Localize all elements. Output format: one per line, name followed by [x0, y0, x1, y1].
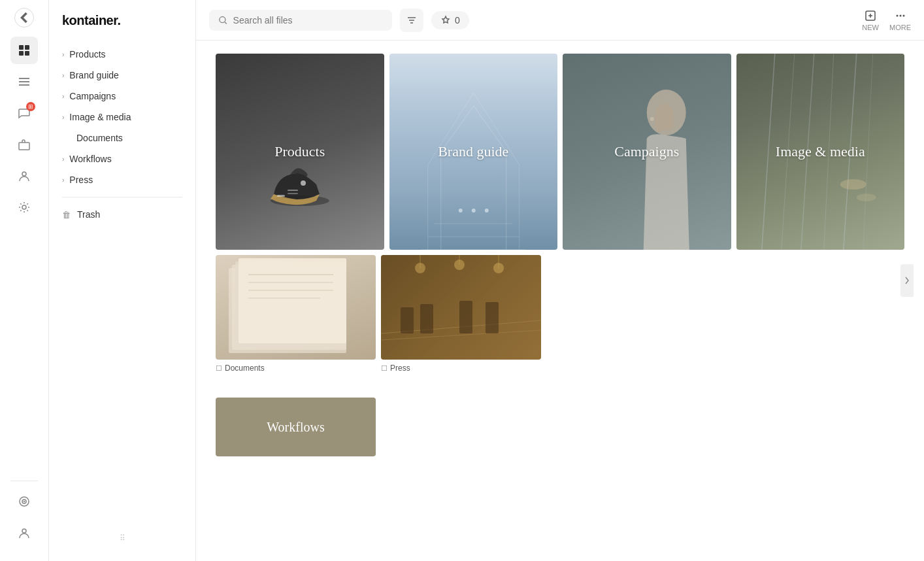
chevron-icon: ›	[62, 72, 64, 79]
tile-sm-label-press: ☐ Press	[381, 364, 410, 373]
tile-wrap-press: ☐ Press	[381, 255, 541, 360]
grid-view-button[interactable]	[10, 37, 38, 64]
new-label: NEW	[862, 24, 879, 31]
sidebar-label-brand-guide: Brand guide	[69, 70, 119, 80]
resize-handle[interactable]: ⠿	[49, 528, 195, 548]
tile-sm-text-documents: Documents	[225, 364, 265, 373]
svg-rect-43	[239, 258, 346, 343]
tile-press[interactable]	[381, 255, 541, 360]
main-grid-row: Products	[216, 54, 904, 250]
svg-rect-6	[19, 84, 29, 86]
tile-products[interactable]: Products	[216, 54, 384, 250]
sidebar-item-trash[interactable]: 🗑 Trash	[49, 204, 195, 225]
new-button[interactable]: NEW	[862, 9, 879, 31]
sidebar-item-image-media[interactable]: › Image & media	[49, 107, 195, 128]
svg-point-23	[301, 180, 306, 186]
sidebar-label-documents: Documents	[76, 133, 123, 143]
more-label: MORE	[889, 24, 911, 31]
scroll-toggle[interactable]	[900, 264, 914, 297]
svg-point-12	[24, 502, 25, 502]
profile-button[interactable]	[10, 162, 38, 190]
header: 0 NEW MORE	[196, 0, 924, 41]
svg-point-13	[22, 529, 26, 533]
svg-rect-1	[25, 45, 29, 50]
svg-rect-7	[19, 143, 29, 150]
sidebar-item-documents[interactable]: Documents	[49, 128, 195, 148]
second-row: ☐ Documents	[216, 255, 904, 378]
briefcase-button[interactable]	[10, 131, 38, 158]
trash-icon: 🗑	[62, 210, 71, 220]
sidebar-item-press[interactable]: › Press	[49, 169, 195, 190]
svg-rect-53	[459, 301, 472, 333]
svg-point-29	[484, 209, 488, 212]
svg-line-32	[761, 54, 774, 250]
documents-illustration	[216, 255, 376, 360]
chevron-icon: ›	[62, 177, 64, 184]
search-icon	[218, 15, 228, 26]
sidebar-label-press: Press	[69, 175, 93, 185]
sidebar-label-workflows: Workflows	[69, 154, 111, 164]
sidebar-label-products: Products	[69, 49, 105, 60]
app-logo: kontainer.	[49, 13, 195, 44]
svg-point-18	[902, 14, 904, 16]
sidebar-item-brand-guide[interactable]: › Brand guide	[49, 65, 195, 86]
tile-campaigns[interactable]: Campaigns	[563, 54, 731, 250]
sidebar-nav: › Products › Brand guide › Campaigns › I…	[49, 44, 195, 528]
settings-button[interactable]	[10, 194, 38, 221]
press-illustration	[381, 255, 541, 360]
star-icon	[440, 15, 451, 26]
main-content: 0 NEW MORE	[196, 0, 924, 561]
content-area: Products	[196, 41, 924, 561]
svg-rect-3	[25, 51, 29, 56]
tile-label-brand-guide: Brand guide	[438, 143, 508, 160]
back-button[interactable]	[14, 8, 34, 27]
svg-rect-22	[288, 193, 298, 194]
tile-brand-guide[interactable]: Brand guide	[389, 54, 558, 250]
tile-image-media[interactable]: Image & media	[736, 54, 905, 250]
svg-rect-52	[420, 304, 433, 333]
sidebar-item-products[interactable]: › Products	[49, 44, 195, 65]
favorites-button[interactable]: 0	[431, 11, 469, 29]
sidebar-item-workflows[interactable]: › Workflows	[49, 148, 195, 169]
tile-label-campaigns: Campaigns	[614, 143, 679, 160]
more-button[interactable]: MORE	[889, 9, 911, 31]
svg-rect-51	[401, 307, 414, 333]
chevron-icon: ›	[62, 93, 64, 100]
sidebar-label-image-media: Image & media	[69, 112, 131, 122]
checkbox-icon-documents: ☐	[216, 364, 222, 373]
third-row: Workflows	[216, 398, 904, 456]
svg-point-8	[22, 172, 26, 176]
sidebar-label-trash: Trash	[77, 209, 100, 220]
header-actions: NEW MORE	[862, 9, 911, 31]
messages-button[interactable]: ⊞	[10, 99, 38, 127]
chevron-icon: ›	[62, 156, 64, 163]
search-input[interactable]	[233, 15, 383, 26]
svg-point-27	[458, 209, 462, 212]
tile-workflows[interactable]: Workflows	[216, 398, 376, 456]
svg-rect-54	[486, 302, 499, 333]
tile-label-products: Products	[274, 143, 325, 160]
shoe-illustration	[264, 158, 336, 211]
tile-label-image-media: Image & media	[776, 143, 865, 160]
chevron-icon: ›	[62, 51, 64, 58]
sidebar-label-campaigns: Campaigns	[69, 91, 116, 101]
tile-documents[interactable]	[216, 255, 376, 360]
target-button[interactable]	[10, 488, 38, 515]
sidebar: kontainer. › Products › Brand guide › Ca…	[49, 0, 196, 561]
svg-point-17	[899, 14, 901, 16]
svg-rect-21	[288, 190, 298, 191]
user-account-button[interactable]	[10, 519, 38, 547]
tile-label-workflows: Workflows	[267, 420, 324, 435]
list-view-button[interactable]	[10, 68, 38, 95]
message-badge: ⊞	[26, 102, 35, 111]
sidebar-item-campaigns[interactable]: › Campaigns	[49, 86, 195, 107]
filter-button[interactable]	[400, 8, 423, 32]
svg-rect-20	[277, 195, 285, 197]
search-box[interactable]	[209, 10, 392, 31]
scroll-toggle-icon	[904, 275, 910, 286]
new-icon	[864, 9, 877, 22]
svg-point-31	[650, 117, 654, 121]
svg-point-28	[471, 209, 475, 212]
svg-point-38	[840, 179, 866, 190]
svg-rect-5	[19, 81, 29, 82]
